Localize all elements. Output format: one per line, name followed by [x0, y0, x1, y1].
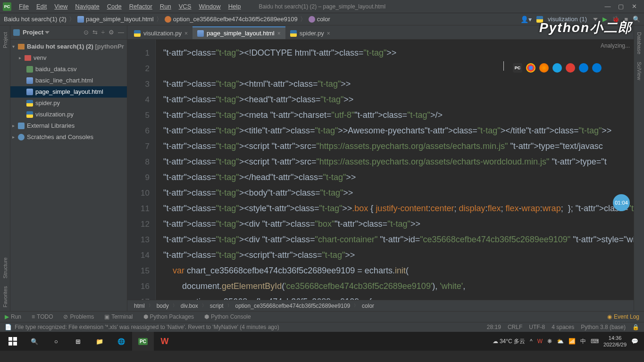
html-file-icon — [197, 30, 204, 37]
firefox-icon[interactable] — [539, 63, 549, 73]
bc-color[interactable]: color — [362, 303, 374, 309]
tree-folder-venv[interactable]: ▸venv — [10, 52, 127, 64]
tool-python-packages[interactable]: ⬢ Python Packages — [143, 313, 194, 320]
crumb-file[interactable]: page_simple_layout.html — [86, 16, 154, 23]
menu-edit[interactable]: Edit — [33, 0, 50, 13]
start-button[interactable] — [2, 332, 24, 351]
expand-all-icon[interactable]: ⇆ — [92, 29, 98, 36]
tool-tab-project[interactable]: Project — [1, 28, 9, 52]
tray-icon-3[interactable]: ⛅ — [557, 338, 564, 345]
tool-python-console[interactable]: ⬢ Python Console — [204, 313, 251, 320]
weather-widget[interactable]: ☁ 34°C 多云 — [493, 337, 526, 346]
menu-view[interactable]: View — [50, 0, 71, 13]
bc-html[interactable]: html — [134, 303, 145, 309]
user-icon[interactable]: 👤▾ — [520, 16, 532, 23]
tray-chevron-icon[interactable]: ^ — [530, 338, 533, 345]
window-minimize[interactable]: — — [604, 3, 611, 10]
tool-tab-favorites[interactable]: Favorites — [1, 282, 9, 311]
task-view-button[interactable]: ⊞ — [67, 332, 89, 351]
menu-window[interactable]: Window — [195, 0, 224, 13]
safari-icon[interactable] — [552, 63, 562, 73]
tool-terminal[interactable]: ▣ Terminal — [104, 313, 133, 320]
tool-event-log[interactable]: ◉ Event Log — [607, 313, 639, 320]
tray-ime-icon[interactable]: 中 — [580, 337, 586, 346]
edge-button[interactable]: 🌐 — [110, 332, 132, 351]
menu-file[interactable]: File — [15, 0, 33, 13]
status-caret-pos[interactable]: 28:19 — [487, 324, 501, 330]
status-line-sep[interactable]: CRLF — [508, 324, 522, 330]
svg-rect-3 — [13, 342, 17, 346]
status-encoding[interactable]: UTF-8 — [529, 324, 545, 330]
menu-code[interactable]: Code — [103, 0, 125, 13]
tab-visulization[interactable]: visulization.py× — [129, 26, 192, 39]
video-timer: 01:04 — [613, 194, 630, 211]
close-icon[interactable]: × — [327, 30, 330, 37]
window-close[interactable]: ✕ — [631, 3, 637, 10]
run-config-selector[interactable]: visulization (1) — [548, 16, 587, 23]
run-button[interactable]: ▶ — [602, 16, 607, 23]
tree-file-layout-html[interactable]: page_simple_layout.html — [10, 86, 127, 98]
tree-file-spider[interactable]: spider.py — [10, 98, 127, 109]
line-gutter[interactable]: 1234567891011121314151617 — [127, 40, 156, 300]
search-everywhere-icon[interactable]: 🔍 — [633, 16, 640, 23]
tray-clock[interactable]: 14:362022/6/29 — [603, 335, 627, 348]
menu-navigate[interactable]: Navigate — [71, 0, 103, 13]
menu-refactor[interactable]: Refactor — [125, 0, 156, 13]
cortana-button[interactable]: ○ — [45, 332, 67, 351]
tree-root[interactable]: ▾ Baidu hot search(1) (2) [pythonPr — [10, 41, 127, 52]
bc-option[interactable]: option_ce35668cefbe474cb36f5c2689ee9109 — [235, 303, 351, 309]
tree-file-visulization[interactable]: visulization.py — [10, 109, 127, 120]
tab-page-layout[interactable]: page_simple_layout.html× — [192, 26, 285, 39]
code-editor[interactable]: "t-attr">class="t-tag"><!DOCTYPE html"t-… — [156, 40, 634, 300]
left-tool-stripe: Project Structure Favorites — [0, 25, 10, 311]
menu-vcs[interactable]: VCS — [175, 0, 195, 13]
close-icon[interactable]: × — [277, 30, 281, 37]
explorer-button[interactable]: 📁 — [89, 332, 110, 351]
pycharm-button[interactable]: PC — [132, 332, 154, 351]
tool-tab-database[interactable]: Database — [636, 28, 643, 58]
tree-external-libs[interactable]: ▸External Libraries — [10, 120, 127, 132]
menu-run[interactable]: Run — [156, 0, 175, 13]
tree-scratches[interactable]: ▸Scratches and Consoles — [10, 132, 127, 143]
tree-file-csv[interactable]: baidu_data.csv — [10, 64, 127, 75]
window-title: Baidu hot search(1) (2) – page_simple_la… — [259, 3, 604, 10]
crumb-variable[interactable]: option_ce35668cefbe474cb36f5c2689ee9109 — [173, 16, 298, 23]
status-lock-icon[interactable]: 🔒 — [632, 324, 639, 330]
status-indent[interactable]: 4 spaces — [552, 324, 574, 330]
select-opened-file-icon[interactable]: ⊙ — [84, 29, 89, 36]
debug-button[interactable]: 🐞 — [612, 16, 619, 23]
opera-icon[interactable] — [566, 63, 575, 73]
crumb-property[interactable]: color — [317, 16, 330, 23]
tool-tab-sciview[interactable]: SciView — [636, 58, 643, 84]
bc-divbox[interactable]: div.box — [181, 303, 198, 309]
tool-todo[interactable]: ≡ TODO — [32, 313, 53, 320]
bc-script[interactable]: script — [210, 303, 224, 309]
tray-icon-2[interactable]: ❋ — [547, 338, 552, 345]
tool-problems[interactable]: ⊘ Problems — [63, 313, 94, 320]
status-interpreter[interactable]: Python 3.8 (base) — [581, 324, 626, 330]
chrome-icon[interactable] — [526, 63, 535, 73]
python-file-icon — [290, 30, 297, 37]
pycharm-preview-icon[interactable]: PC — [513, 63, 522, 73]
tray-keyboard-icon[interactable]: ⌨ — [591, 338, 599, 345]
close-icon[interactable]: × — [184, 30, 188, 37]
tool-run[interactable]: ▶Run — [5, 313, 21, 320]
tab-spider[interactable]: spider.py× — [285, 26, 335, 39]
wps-button[interactable]: W — [154, 332, 176, 351]
tree-file-chart-html[interactable]: basic_line_chart.html — [10, 75, 127, 86]
settings-icon[interactable]: ⚙ — [109, 29, 114, 36]
collapse-all-icon[interactable]: ÷ — [101, 29, 105, 36]
tool-tab-structure[interactable]: Structure — [1, 254, 9, 282]
bc-body[interactable]: body — [157, 303, 169, 309]
notifications-icon[interactable]: 💬 — [631, 338, 638, 345]
stop-button[interactable]: ■ — [624, 16, 628, 23]
tray-icon-1[interactable]: W — [537, 338, 543, 345]
window-maximize[interactable]: ▢ — [618, 3, 624, 10]
search-button[interactable]: 🔍 — [24, 332, 45, 351]
hide-icon[interactable]: — — [118, 29, 124, 36]
edge-icon[interactable] — [592, 63, 602, 73]
ie-icon[interactable] — [579, 63, 588, 73]
crumb-project[interactable]: Baidu hot search(1) (2) — [4, 16, 67, 23]
tray-wifi-icon[interactable]: 📶 — [569, 338, 576, 345]
menu-help[interactable]: Help — [225, 0, 245, 13]
